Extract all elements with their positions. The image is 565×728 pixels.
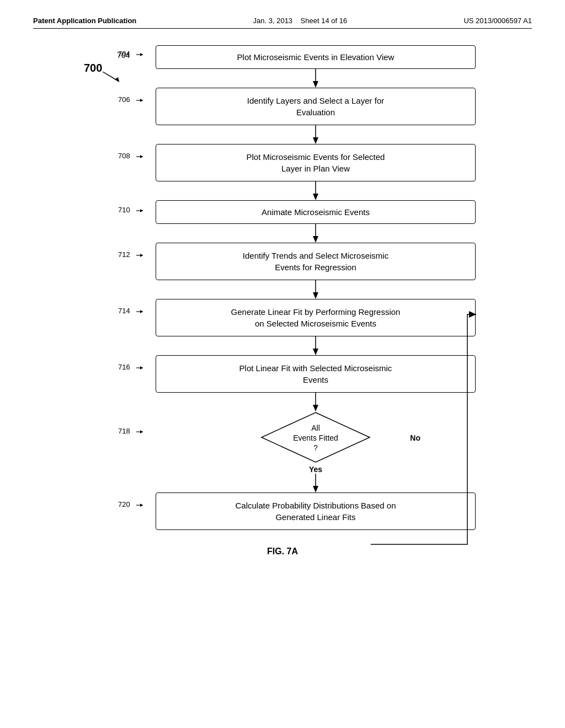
step-716-text: Plot Linear Fit with Selected Microseism… xyxy=(239,363,392,384)
svg-marker-7 xyxy=(140,99,143,102)
arrow-716-718 xyxy=(156,393,476,411)
step-714-wrapper: 714 Generate Linear Fit by Performing Re… xyxy=(156,299,476,336)
svg-marker-11 xyxy=(140,155,143,158)
step-712-label: 712 xyxy=(118,250,145,259)
svg-marker-17 xyxy=(313,236,318,243)
svg-marker-1 xyxy=(115,77,119,82)
svg-marker-5 xyxy=(313,81,318,88)
step-716-box: Plot Linear Fit with Selected Microseism… xyxy=(156,355,476,393)
step-716-wrapper: 716 Plot Linear Fit with Selected Micros… xyxy=(156,355,476,393)
step-710-box: Animate Microseismic Events xyxy=(156,200,476,224)
step-712-box: Identify Trends and Select MicroseismicE… xyxy=(156,243,476,280)
svg-marker-15 xyxy=(140,209,143,212)
yes-label: Yes xyxy=(156,465,476,474)
svg-marker-29 xyxy=(313,405,318,411)
svg-marker-19 xyxy=(140,254,143,257)
svg-marker-21 xyxy=(313,292,318,299)
step-720-arrow-icon xyxy=(136,502,145,508)
step-710-label: 710 xyxy=(118,206,145,214)
svg-marker-9 xyxy=(313,137,318,144)
step-720-label: 720 xyxy=(118,500,145,508)
svg-marker-13 xyxy=(313,194,318,200)
diagram-id-arrow xyxy=(103,72,125,83)
svg-marker-25 xyxy=(313,349,318,355)
step-710-text: Animate Microseismic Events xyxy=(262,207,370,217)
arrow-718-720 xyxy=(156,474,476,493)
svg-marker-27 xyxy=(140,366,143,370)
diamond-718-text: AllEvents Fitted? xyxy=(293,422,338,453)
step-718-label: 718 xyxy=(118,427,145,435)
step-704-wrapper: 704 704 Plot Microseismic Events in Elev… xyxy=(156,45,476,69)
svg-marker-23 xyxy=(140,310,143,313)
step-714-text: Generate Linear Fit by Performing Regres… xyxy=(231,307,401,328)
step-718-wrapper: 718 AllEvents Fitted? No xyxy=(156,411,476,464)
step-706-text: Identify Layers and Select a Layer forEv… xyxy=(247,96,384,117)
figure-caption: FIG. 7A xyxy=(33,547,532,556)
svg-marker-31 xyxy=(140,430,143,433)
step-706-label: 706 xyxy=(118,95,145,104)
no-label: No xyxy=(410,433,420,442)
arrow-710-712 xyxy=(156,224,476,243)
step-714-label: 714 xyxy=(118,307,145,315)
arrow-706-708 xyxy=(156,125,476,144)
arrow-708-710 xyxy=(156,181,476,200)
diamond-718-line1: AllEvents Fitted? xyxy=(293,423,338,452)
step-708-box: Plot Microseismic Events for SelectedLay… xyxy=(156,144,476,181)
step-716-label: 716 xyxy=(118,363,145,371)
arrow-704-706 xyxy=(156,69,476,88)
svg-marker-36 xyxy=(140,504,143,507)
step-720-wrapper: 720 Calculate Probability Distributions … xyxy=(156,493,476,530)
step-708-text: Plot Microseismic Events for SelectedLay… xyxy=(247,152,385,173)
step-712-text: Identify Trends and Select MicroseismicE… xyxy=(243,251,388,272)
step-720-box: Calculate Probability Distributions Base… xyxy=(156,493,476,530)
page: Patent Application Publication Jan. 3, 2… xyxy=(0,0,565,728)
step-718-arrow-icon xyxy=(136,429,145,435)
step-708-arrow-icon xyxy=(136,154,145,159)
step-704-box: Plot Microseismic Events in Elevation Vi… xyxy=(156,45,476,69)
step-704-arrow-icon xyxy=(136,52,145,57)
step-708-wrapper: 708 Plot Microseismic Events for Selecte… xyxy=(156,144,476,181)
step-712-arrow-icon xyxy=(136,253,145,258)
step-708-label: 708 xyxy=(118,152,145,160)
svg-marker-3 xyxy=(140,53,143,56)
step-706-box: Identify Layers and Select a Layer forEv… xyxy=(156,88,476,125)
date-sheet: Jan. 3, 2013 Sheet 14 of 16 xyxy=(253,17,348,25)
step-704-text: Plot Microseismic Events in Elevation Vi… xyxy=(237,52,395,62)
step-716-arrow-icon xyxy=(136,365,145,371)
publication-label: Patent Application Publication xyxy=(33,17,136,25)
step-706-wrapper: 706 Identify Layers and Select a Layer f… xyxy=(156,88,476,125)
arrow-714-716 xyxy=(156,336,476,355)
sheet-label: Sheet 14 of 16 xyxy=(301,17,348,25)
step-714-box: Generate Linear Fit by Performing Regres… xyxy=(156,299,476,336)
svg-marker-34 xyxy=(313,486,318,493)
step-710-arrow-icon xyxy=(136,208,145,213)
date-label: Jan. 3, 2013 xyxy=(253,17,299,25)
diagram-id: 700 xyxy=(84,62,102,74)
diamond-718: AllEvents Fitted? No xyxy=(260,411,371,464)
step-720-text: Calculate Probability Distributions Base… xyxy=(236,501,396,522)
patent-number: US 2013/0006597 A1 xyxy=(463,17,532,25)
step-label-704: 704 xyxy=(118,50,145,58)
arrow-712-714 xyxy=(156,280,476,299)
step-712-wrapper: 712 Identify Trends and Select Microseis… xyxy=(156,243,476,280)
step-710-wrapper: 710 Animate Microseismic Events xyxy=(156,200,476,224)
step-706-arrow-icon xyxy=(136,98,145,103)
step-714-arrow-icon xyxy=(136,309,145,314)
page-header: Patent Application Publication Jan. 3, 2… xyxy=(33,17,532,29)
